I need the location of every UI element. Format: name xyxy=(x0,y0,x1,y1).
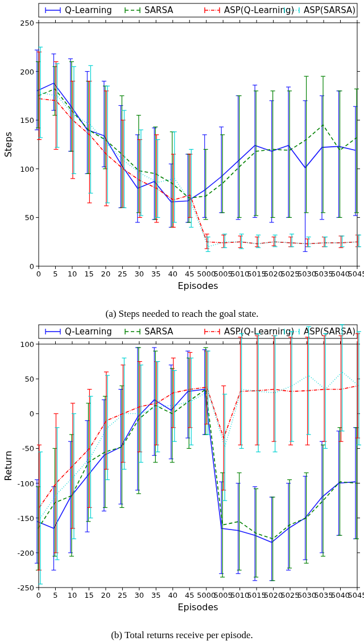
svg-text:30: 30 xyxy=(135,591,144,599)
svg-text:20: 20 xyxy=(101,591,111,599)
svg-text:5030: 5030 xyxy=(297,270,316,278)
svg-text:ASP(Q-Learning): ASP(Q-Learning) xyxy=(224,326,294,337)
svg-text:5025: 5025 xyxy=(281,270,300,278)
svg-text:ASP(SARSA): ASP(SARSA) xyxy=(304,5,355,15)
svg-text:30: 30 xyxy=(135,270,144,278)
caption-a: (a) Steps needed to reach the goal state… xyxy=(0,308,364,320)
svg-text:5010: 5010 xyxy=(230,270,249,278)
svg-text:25: 25 xyxy=(118,591,127,599)
svg-text:5: 5 xyxy=(53,270,57,278)
svg-text:5000: 5000 xyxy=(197,591,216,599)
figure-page: { "legend": { "q": { "label": "Q-Learnin… xyxy=(0,0,364,641)
svg-text:Episodes: Episodes xyxy=(177,280,218,291)
svg-text:5040: 5040 xyxy=(331,591,350,599)
svg-text:5040: 5040 xyxy=(331,270,350,278)
svg-text:40: 40 xyxy=(168,270,178,278)
svg-text:SARSA: SARSA xyxy=(144,326,173,337)
svg-text:5: 5 xyxy=(53,591,57,599)
svg-text:15: 15 xyxy=(84,270,94,278)
svg-text:5025: 5025 xyxy=(281,591,300,599)
svg-text:Episodes: Episodes xyxy=(177,602,218,613)
svg-text:25: 25 xyxy=(118,270,127,278)
svg-text:5045: 5045 xyxy=(348,591,364,599)
caption-b: (b) Total returns receive per episode. xyxy=(0,630,364,641)
svg-text:-150: -150 xyxy=(17,514,34,523)
svg-text:-50: -50 xyxy=(22,444,34,453)
svg-text:5030: 5030 xyxy=(297,591,316,599)
svg-text:-200: -200 xyxy=(17,549,34,557)
svg-text:35: 35 xyxy=(151,270,161,278)
svg-text:5015: 5015 xyxy=(247,270,266,278)
svg-text:5005: 5005 xyxy=(214,270,233,278)
svg-text:45: 45 xyxy=(185,591,195,599)
svg-text:5020: 5020 xyxy=(264,591,283,599)
svg-text:SARSA: SARSA xyxy=(144,5,173,15)
svg-text:ASP(SARSA): ASP(SARSA) xyxy=(304,326,355,337)
svg-text:50: 50 xyxy=(24,213,34,222)
svg-text:5020: 5020 xyxy=(264,270,283,278)
svg-text:Q-Learning: Q-Learning xyxy=(65,5,112,15)
svg-text:50: 50 xyxy=(24,375,34,383)
svg-text:5000: 5000 xyxy=(197,270,216,278)
svg-text:5045: 5045 xyxy=(348,270,364,278)
chart-return: Q-LearningSARSAASP(Q-Learning)ASP(SARSA)… xyxy=(0,321,364,641)
chart-return-svg: Q-LearningSARSAASP(Q-Learning)ASP(SARSA)… xyxy=(0,321,364,623)
svg-text:10: 10 xyxy=(68,591,77,599)
svg-text:45: 45 xyxy=(185,270,195,278)
svg-text:0: 0 xyxy=(36,270,41,278)
svg-text:0: 0 xyxy=(30,262,34,271)
svg-text:10: 10 xyxy=(68,270,77,278)
svg-text:100: 100 xyxy=(20,340,34,349)
svg-text:-100: -100 xyxy=(17,479,34,488)
svg-text:15: 15 xyxy=(84,591,94,599)
svg-text:5010: 5010 xyxy=(230,591,249,599)
chart-steps-svg: Q-LearningSARSAASP(Q-Learning)ASP(SARSA)… xyxy=(0,0,364,301)
svg-text:20: 20 xyxy=(101,270,111,278)
svg-text:5035: 5035 xyxy=(315,591,333,599)
svg-text:5035: 5035 xyxy=(315,270,333,278)
svg-text:5005: 5005 xyxy=(214,591,233,599)
svg-text:40: 40 xyxy=(168,591,178,599)
svg-text:0: 0 xyxy=(36,591,41,599)
svg-text:0: 0 xyxy=(30,410,34,418)
svg-text:100: 100 xyxy=(20,165,34,173)
svg-text:Steps: Steps xyxy=(3,132,14,158)
svg-text:Q-Learning: Q-Learning xyxy=(65,326,112,337)
svg-text:150: 150 xyxy=(20,116,34,125)
svg-rect-17 xyxy=(39,23,357,266)
svg-text:250: 250 xyxy=(20,19,34,27)
svg-text:35: 35 xyxy=(151,591,161,599)
svg-text:-250: -250 xyxy=(17,584,34,592)
svg-text:200: 200 xyxy=(20,68,34,76)
svg-text:5015: 5015 xyxy=(247,591,266,599)
svg-text:ASP(Q-Learning): ASP(Q-Learning) xyxy=(224,5,294,15)
svg-text:Return: Return xyxy=(3,450,14,481)
chart-steps: Q-LearningSARSAASP(Q-Learning)ASP(SARSA)… xyxy=(0,0,364,320)
